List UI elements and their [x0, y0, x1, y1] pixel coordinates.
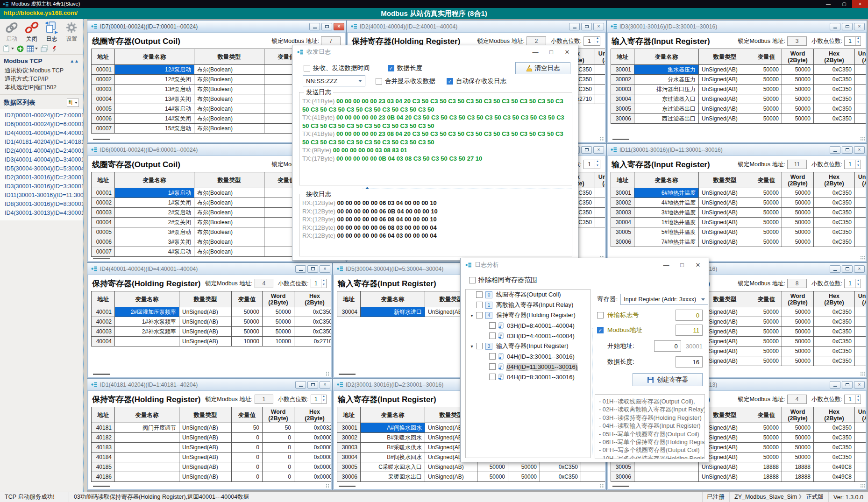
cell-value[interactable]: UnSigned(AB)	[179, 453, 232, 462]
cell-address[interactable]: 40181	[92, 423, 115, 433]
cell-address[interactable]: 40001	[92, 307, 115, 317]
cell-value[interactable]: 50000	[751, 327, 782, 337]
cell-address[interactable]: 30002	[611, 75, 634, 85]
cell-address[interactable]: 30002	[611, 198, 634, 208]
cell-value[interactable]: 0	[232, 443, 263, 453]
cell-value[interactable]: 0x0000	[294, 443, 331, 453]
minimize-button[interactable]	[830, 381, 840, 389]
modbus-addr-value[interactable]: 1	[255, 395, 273, 404]
table-row[interactable]: 000053#泵启动布尔(Boolean)False	[92, 227, 309, 237]
cell-value[interactable]	[855, 346, 866, 356]
cell-value[interactable]: 布尔(Boolean)	[194, 227, 264, 237]
cell-value[interactable]: 50000	[232, 327, 263, 337]
cell-name[interactable]: 3#地热井温度	[634, 208, 699, 218]
table-row[interactable]: 30001集水器压力UnSigned(AB)50000500000xC350	[611, 65, 866, 75]
table-row[interactable]: 000042#泵关闭布尔(Boolean)False	[92, 218, 309, 227]
decimal-places-stepper[interactable]: 1▲▼	[311, 279, 327, 288]
table-row[interactable]: 300041#地热井温度UnSigned(AB)50000500000xC350	[611, 218, 866, 227]
cell-value[interactable]: 50000	[782, 356, 814, 366]
cell-value[interactable]: 0	[263, 462, 294, 472]
cell-address[interactable]: 30001	[337, 423, 361, 433]
cell-name[interactable]: 12#泵关闭	[115, 75, 194, 85]
cell-address[interactable]: 00003	[92, 85, 115, 94]
cell-value[interactable]	[855, 114, 866, 124]
cell-value[interactable]: 0xC350	[814, 443, 855, 453]
cell-address[interactable]: 40004	[92, 337, 115, 346]
close-icon[interactable]: ×	[320, 381, 330, 389]
cell-value[interactable]	[595, 188, 605, 198]
cell-name[interactable]: 7#地热井温度	[634, 237, 699, 247]
table-row[interactable]: 30006西过滤器出口UnSigned(AB)50000500000xC350	[611, 114, 866, 124]
cell-value[interactable]: 布尔(Boolean)	[194, 237, 264, 247]
data-list-item[interactable]: ID2(30001-30016)(ID=2:30001--30016)	[0, 173, 83, 182]
cell-value[interactable]: 布尔(Boolean)	[194, 208, 264, 218]
cell-value[interactable]: 50000	[751, 94, 782, 104]
cell-address[interactable]: 40186	[92, 472, 115, 482]
close-icon[interactable]: ✕	[559, 46, 575, 57]
cell-value[interactable]	[595, 75, 605, 85]
cell-address[interactable]: 30004	[611, 218, 634, 227]
cell-value[interactable]: 50000	[508, 462, 540, 472]
send-log-text[interactable]: TX:(41Byte) 00 00 00 00 00 23 03 04 20 C…	[302, 97, 569, 183]
cell-value[interactable]: 布尔(Boolean)	[194, 247, 264, 257]
modbus-addr-value[interactable]: 4	[787, 395, 807, 404]
cell-name[interactable]: 3#泵关闭	[115, 237, 194, 247]
time-checkbox[interactable]	[304, 65, 310, 71]
cell-value[interactable]: UnSigned(AB)	[699, 114, 751, 124]
resize-grip[interactable]	[599, 483, 604, 488]
cell-value[interactable]: 0	[232, 433, 263, 443]
cell-value[interactable]	[855, 307, 866, 317]
cell-value[interactable]: 50000	[782, 65, 814, 75]
cell-value[interactable]: UnSigned(AB)	[179, 337, 232, 346]
table-row[interactable]: 30005UnSigned(AB)18888188880x49C8	[611, 462, 866, 472]
cell-value[interactable]: 0xC350	[814, 104, 855, 114]
cell-value[interactable]: 50000	[751, 337, 782, 346]
cell-name[interactable]	[115, 433, 179, 443]
cell-value[interactable]	[855, 237, 866, 247]
decimal-places-stepper[interactable]: 1▲▼	[844, 160, 861, 169]
table-row[interactable]: 0000212#泵关闭布尔(Boolean)False	[92, 75, 309, 85]
cell-value[interactable]: 0	[263, 453, 294, 462]
cell-value[interactable]	[855, 94, 866, 104]
cell-value[interactable]: UnSigned(AB)	[179, 317, 232, 327]
window-titlebar[interactable]: ID7(00001-00024)(ID=7:00001--00024)×	[87, 21, 346, 33]
tree-item[interactable]: 03H(ID=4:40001--40004)	[466, 331, 590, 341]
cell-value[interactable]	[595, 65, 605, 75]
cell-address[interactable]: 00005	[92, 104, 115, 114]
cell-value[interactable]: 18888	[751, 462, 782, 472]
cell-value[interactable]: 0xC350	[294, 307, 331, 317]
cell-value[interactable]: 0x0000	[294, 453, 331, 462]
cell-value[interactable]: 0x0000	[294, 433, 331, 443]
os-maximize-button[interactable]: ▢	[836, 0, 852, 8]
cell-address[interactable]: 30006	[611, 114, 634, 124]
data-list-item[interactable]: ID5(30004-30004)(ID=5:30004--30004)	[0, 164, 83, 173]
window-titlebar[interactable]: ID1(40181-40204)(ID=1:40181--40204)×	[87, 379, 332, 391]
data-list-item[interactable]: ID2(40001-40004)(ID=2:40001--40004)	[0, 147, 83, 156]
table-row[interactable]: 000021#泵关闭布尔(Boolean)False	[92, 198, 309, 208]
cell-value[interactable]: 50000	[751, 218, 782, 227]
cell-value[interactable]: 50000	[782, 188, 814, 198]
decimal-places-stepper[interactable]: 1▲▼	[311, 395, 327, 404]
cell-value[interactable]: 50000	[263, 317, 294, 327]
cell-value[interactable]: 0xC350	[814, 227, 855, 237]
cell-value[interactable]: 布尔(Boolean)	[194, 75, 264, 85]
cell-address[interactable]: 00003	[92, 208, 115, 218]
cell-value[interactable]: 50000	[751, 114, 782, 124]
cell-address[interactable]: 40182	[92, 433, 115, 443]
minimize-button[interactable]	[830, 146, 840, 154]
hscroll-thumb[interactable]	[93, 139, 110, 140]
toolbar-settings-button[interactable]: 设置	[62, 21, 81, 43]
cell-name[interactable]: 13#泵关闭	[115, 94, 194, 104]
table-row[interactable]: 30004东过滤器入口UnSigned(AB)50000500000xC350	[611, 94, 866, 104]
data-list-item[interactable]: ID3(40001-40004)(ID=3:40001--40004)	[0, 156, 83, 164]
cell-value[interactable]: 50000	[232, 317, 263, 327]
tree-item-checkbox[interactable]	[476, 312, 483, 318]
maximize-button[interactable]	[842, 146, 853, 154]
modbus-addr-value[interactable]: 2	[526, 36, 546, 46]
spin-down-icon[interactable]: ▼	[856, 399, 861, 403]
cell-value[interactable]: 50000	[263, 307, 294, 317]
table-row[interactable]: 300033#地热井温度UnSigned(AB)50000500000xC350	[611, 208, 866, 218]
data-list-item[interactable]: ID11(30001-30016)(ID=11:30001--30016)	[0, 191, 83, 200]
cell-value[interactable]: 0	[263, 472, 294, 482]
cell-value[interactable]: 50000	[263, 327, 294, 337]
